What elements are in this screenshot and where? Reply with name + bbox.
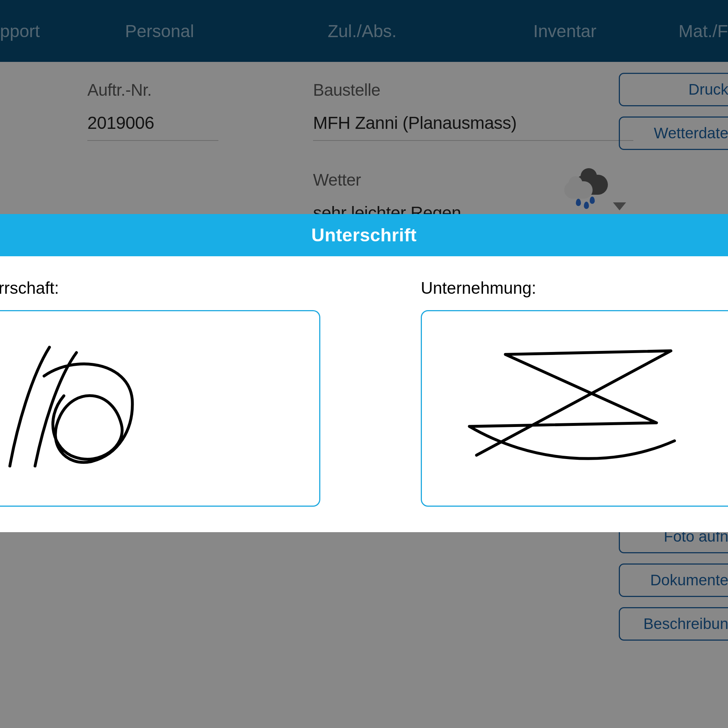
signature-pad-bauherrschaft[interactable]	[0, 310, 320, 507]
dialog-title: Unterschrift	[0, 214, 728, 256]
signature-left-column: rrschaft:	[6, 278, 320, 507]
signature-right-column: Unternehmung:	[421, 278, 728, 507]
label-unternehmung: Unternehmung:	[421, 278, 728, 298]
signature-scribble-right	[422, 311, 728, 506]
signature-pad-unternehmung[interactable]	[421, 310, 728, 507]
label-bauherrschaft: rrschaft:	[0, 278, 320, 298]
signature-dialog: Unterschrift rrschaft: Unternehmung:	[0, 214, 728, 532]
signature-scribble-left	[0, 311, 319, 506]
